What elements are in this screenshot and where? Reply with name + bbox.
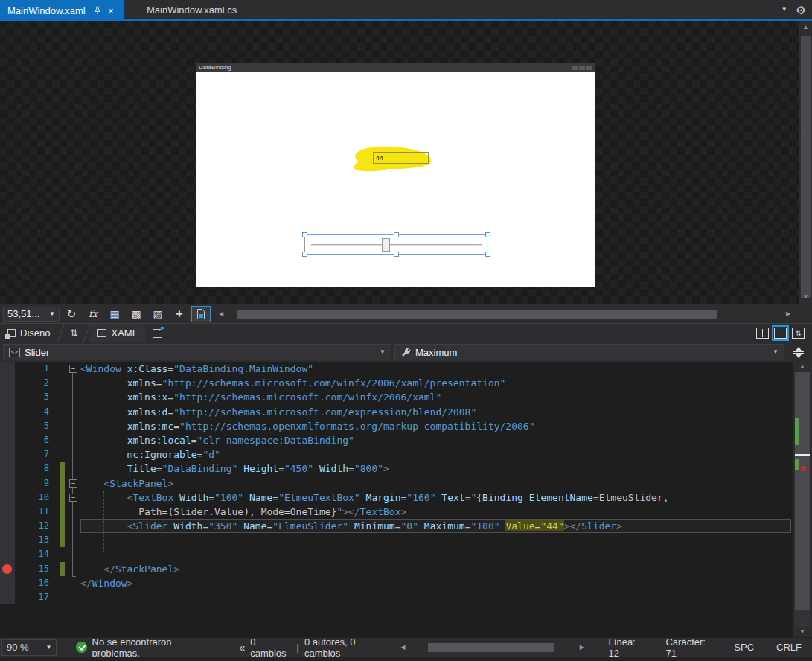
spaces-indicator[interactable]: SPC	[734, 642, 754, 653]
slider-selection[interactable]	[304, 234, 487, 255]
selection-handle[interactable]	[302, 252, 307, 257]
disable-project-code-icon[interactable]	[191, 306, 211, 322]
code-line[interactable]: 15 </StackPanel>	[0, 562, 791, 576]
code-line[interactable]: 17	[0, 590, 791, 604]
line-indicator[interactable]: Línea: 12	[609, 636, 644, 659]
selection-handle[interactable]	[485, 232, 490, 237]
breakpoint-margin[interactable]	[0, 491, 15, 505]
show-grid-icon[interactable]: ▦	[105, 306, 124, 322]
editor-vertical-scrollbar[interactable]: ▲ ▼	[793, 362, 812, 637]
designer-vertical-scrollbar[interactable]: ▲ ▼	[799, 21, 812, 304]
code-line[interactable]: 9− <StackPanel>	[0, 476, 791, 491]
tab-mainwindow-xaml[interactable]: MainWindow.xaml ×	[0, 0, 124, 21]
selection-handle[interactable]	[394, 232, 399, 237]
refresh-icon[interactable]: ↻	[62, 306, 81, 322]
codelens-changes[interactable]: « 0 cambios | 0 autores, 0 cambios	[228, 636, 388, 659]
hscroll-right-icon[interactable]: ▶	[784, 310, 793, 317]
selection-handle[interactable]	[394, 252, 399, 257]
element-selector-combo[interactable]: <> Slider ▼	[3, 344, 391, 360]
code-line[interactable]: 5 xmlns:mc="http://schemas.openxmlformat…	[0, 419, 791, 433]
scrollbar-thumb[interactable]	[795, 372, 810, 610]
code-line[interactable]: 1−<Window x:Class="DataBinding.MainWindo…	[0, 362, 791, 376]
breakpoint-margin[interactable]	[0, 462, 15, 476]
code-line[interactable]: 8 Title="DataBinding" Height="450" Width…	[0, 462, 791, 476]
code-text[interactable]: mc:Ignorable="d"	[80, 447, 791, 462]
breakpoint-margin[interactable]	[0, 590, 15, 604]
breakpoint-margin[interactable]	[0, 519, 15, 533]
snaplines-icon[interactable]: +	[170, 306, 189, 322]
effects-icon[interactable]: fx	[83, 306, 103, 322]
code-line[interactable]: 16</Window>	[0, 576, 791, 590]
line-ending-indicator[interactable]: CRLF	[776, 642, 802, 653]
breakpoint-margin[interactable]	[0, 547, 15, 561]
code-text[interactable]: <TextBox Width="100" Name="ElmeuTextBox"…	[80, 491, 791, 505]
designer-horizontal-scrollbar[interactable]	[227, 306, 782, 322]
breakpoint-margin[interactable]	[0, 376, 15, 390]
code-line[interactable]: 12 <Slider Width="350" Name="ElmeuSlider…	[0, 519, 791, 533]
tab-list-chevron-icon[interactable]: ▼	[781, 7, 787, 13]
code-text[interactable]: xmlns:local="clr-namespace:DataBinding"	[80, 433, 791, 447]
scrollbar-thumb[interactable]	[801, 36, 811, 298]
code-text[interactable]: xmlns:x="http://schemas.microsoft.com/wi…	[80, 390, 791, 404]
toggle-artboard-background-icon[interactable]: ▨	[148, 306, 167, 322]
code-text[interactable]: Path=(Slider.Value), Mode=OneTime}"></Te…	[80, 505, 791, 519]
xaml-code-editor[interactable]: 1−<Window x:Class="DataBinding.MainWindo…	[0, 362, 812, 637]
hscroll-left-icon[interactable]: ◀	[399, 644, 407, 651]
window-preview[interactable]: DataBinding 44	[196, 63, 595, 287]
code-text[interactable]: xmlns:mc="http://schemas.openxmlformats.…	[80, 419, 791, 433]
breakpoint-margin[interactable]	[0, 576, 15, 590]
code-line[interactable]: 3 xmlns:x="http://schemas.microsoft.com/…	[0, 390, 791, 404]
breakpoint-margin[interactable]	[0, 390, 15, 404]
code-text[interactable]: </Window>	[80, 576, 791, 590]
code-line[interactable]: 6 xmlns:local="clr-namespace:DataBinding…	[0, 433, 791, 447]
code-line[interactable]: 11 Path=(Slider.Value), Mode=OneTime}"><…	[0, 505, 791, 519]
tab-xaml-view[interactable]: ◦ XAML	[90, 324, 144, 343]
close-icon[interactable]: ×	[105, 4, 117, 16]
code-line[interactable]: 4 xmlns:d="http://schemas.microsoft.com/…	[0, 405, 791, 419]
fold-collapse-icon[interactable]: −	[69, 365, 77, 373]
selection-handle[interactable]	[485, 252, 490, 257]
breakpoint-margin[interactable]	[0, 362, 15, 376]
code-text[interactable]	[80, 590, 791, 604]
hscroll-left-icon[interactable]: ◀	[217, 310, 226, 317]
breakpoint-margin[interactable]	[0, 405, 15, 419]
code-line[interactable]: 7 mc:Ignorable="d"	[0, 447, 791, 462]
collapse-pane-button[interactable]: ⇅	[792, 328, 805, 339]
code-text[interactable]	[80, 547, 791, 561]
editor-horizontal-scrollbar[interactable]	[416, 639, 578, 656]
property-selector-combo[interactable]: Maximum ▼	[394, 344, 784, 360]
code-text[interactable]: <StackPanel>	[80, 476, 791, 491]
breakpoint-margin[interactable]	[0, 433, 15, 447]
xaml-designer-surface[interactable]: DataBinding 44 ▲	[0, 21, 812, 304]
fold-margin[interactable]: −	[68, 476, 80, 491]
scrollbar-thumb[interactable]	[428, 643, 554, 652]
gear-icon[interactable]: ⚙	[796, 4, 806, 16]
fold-margin[interactable]: −	[68, 491, 80, 505]
preview-slider-track[interactable]	[311, 244, 482, 246]
editor-zoom-select[interactable]: 90 % ▼	[1, 639, 57, 656]
scrollbar-thumb[interactable]	[237, 310, 717, 319]
preview-slider-thumb[interactable]	[382, 238, 390, 252]
code-lines[interactable]: 1−<Window x:Class="DataBinding.MainWindo…	[0, 362, 791, 604]
vertical-split-button[interactable]	[756, 328, 769, 339]
column-indicator[interactable]: Carácter: 71	[665, 636, 712, 659]
pin-icon[interactable]	[92, 4, 103, 16]
code-text[interactable]	[80, 533, 791, 547]
fold-margin[interactable]: −	[68, 362, 80, 376]
document-health-indicator[interactable]: No se encontraron problemas.	[76, 636, 214, 659]
selection-handle[interactable]	[302, 232, 307, 237]
popout-pane-icon[interactable]	[153, 329, 162, 338]
code-line[interactable]: 10− <TextBox Width="100" Name="ElmeuText…	[0, 491, 791, 505]
breakpoint-margin[interactable]	[0, 419, 15, 433]
fold-collapse-icon[interactable]: −	[69, 494, 77, 502]
scroll-down-icon[interactable]: ▼	[799, 292, 812, 302]
snap-to-grid-icon[interactable]: ▩	[127, 306, 146, 322]
code-text[interactable]: xmlns:d="http://schemas.microsoft.com/ex…	[80, 405, 791, 419]
code-line[interactable]: 14	[0, 547, 791, 561]
breakpoint-margin[interactable]	[0, 447, 15, 462]
code-text[interactable]: <Window x:Class="DataBinding.MainWindow"	[80, 362, 791, 376]
breakpoint-margin[interactable]	[0, 533, 15, 547]
breakpoint-margin[interactable]	[0, 476, 15, 491]
tab-mainwindow-xaml-cs[interactable]: MainWindow.xaml.cs	[139, 0, 249, 19]
tab-design-view[interactable]: Diseño	[0, 324, 57, 343]
